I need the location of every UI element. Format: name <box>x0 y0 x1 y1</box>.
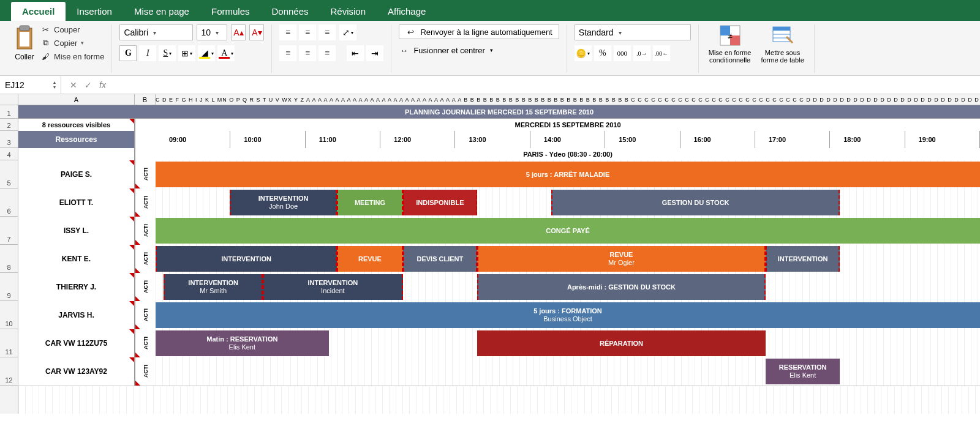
row-header[interactable]: 2 <box>0 119 18 131</box>
cut-button[interactable]: ✂ Couper <box>40 24 104 34</box>
tab-affichage[interactable]: Affichage <box>377 2 437 21</box>
align-right-button[interactable]: ≡ <box>318 45 336 61</box>
schedule-bar[interactable]: CONGÉ PAYÉ <box>156 218 980 244</box>
formula-bar: EJ12 ▴▾ ✕ ✓ fx <box>0 76 980 94</box>
row-header[interactable]: 7 <box>0 217 18 245</box>
col-header-a[interactable]: A <box>18 94 135 105</box>
font-size-select[interactable]: 10▾ <box>197 24 227 40</box>
tab-mise-en-page[interactable]: Mise en page <box>123 2 200 21</box>
format-painter-button[interactable]: 🖌 Mise en forme <box>40 51 104 61</box>
resource-timeline[interactable]: INTERVENTIONMr SmithINTERVENTIONIncident… <box>156 273 980 301</box>
col-header-b[interactable]: B <box>135 94 156 105</box>
grow-font-button[interactable]: A▴ <box>231 24 246 40</box>
font-name-select[interactable]: Calibri▾ <box>119 24 193 40</box>
row-header[interactable]: 4 <box>0 148 18 160</box>
row-header[interactable]: 9 <box>0 273 18 301</box>
col-headers-rest[interactable]: C D E F G H I J K L MN O P Q R S T U V W… <box>156 94 980 105</box>
tab-revision[interactable]: Révision <box>320 2 377 21</box>
schedule-bar[interactable]: REVUEMr Ogier <box>477 246 766 272</box>
italic-button[interactable]: I <box>139 45 156 61</box>
cancel-formula-button[interactable]: ✕ <box>70 80 77 90</box>
schedule-bar[interactable]: 5 jours : ARRÊT MALADIE <box>156 162 980 187</box>
row-header[interactable]: 1 <box>0 105 18 119</box>
resource-row: ELIOTT T.ACTIINTERVENTIONJohn DoeMEETING… <box>18 188 980 217</box>
align-top-button[interactable]: ≡ <box>279 24 296 40</box>
schedule-bar[interactable]: 5 jours : FORMATIONBusiness Object <box>156 302 980 328</box>
schedule-bar[interactable]: INTERVENTION <box>156 246 337 272</box>
schedule-bar[interactable]: DEVIS CLIENT <box>403 246 477 272</box>
table-format-label: Mettre sous forme de table <box>761 49 804 64</box>
name-box[interactable]: EJ12 ▴▾ <box>0 76 61 94</box>
indent-decrease-button[interactable]: ⇤ <box>347 45 364 61</box>
fill-color-button[interactable]: ◢▾ <box>198 45 215 61</box>
schedule-bar[interactable]: MEETING <box>337 190 403 215</box>
currency-button[interactable]: 🪙▾ <box>575 45 592 61</box>
schedule-bar[interactable]: INTERVENTIONMr Smith <box>164 274 263 300</box>
schedule-bar[interactable]: REVUE <box>337 246 403 272</box>
shrink-font-button[interactable]: A▾ <box>249 24 264 40</box>
resource-timeline[interactable]: INTERVENTIONJohn DoeMEETINGINDISPONIBLEG… <box>156 188 980 217</box>
resources-header: Ressources <box>18 131 135 148</box>
tab-accueil[interactable]: Accueil <box>11 2 66 21</box>
cond-format-label: Mise en forme conditionnelle <box>709 49 752 64</box>
number-format-select[interactable]: Standard▾ <box>575 24 691 40</box>
increase-decimal-button[interactable]: .0→ <box>633 45 650 61</box>
schedule-bar[interactable]: Matin : RESERVATIONElis Kent <box>156 330 329 356</box>
decrease-decimal-button[interactable]: .00← <box>653 45 670 61</box>
align-left-button[interactable]: ≡ <box>279 45 296 61</box>
percent-button[interactable]: % <box>594 45 611 61</box>
row-header[interactable]: 8 <box>0 245 18 273</box>
paste-button[interactable]: Coller <box>13 24 36 61</box>
schedule-bar[interactable]: GESTION DU STOCK <box>551 190 840 215</box>
thousands-button[interactable]: 000 <box>614 45 631 61</box>
align-middle-button[interactable]: ≡ <box>299 24 316 40</box>
resource-timeline[interactable]: 5 jours : ARRÊT MALADIE <box>156 160 980 188</box>
align-bottom-button[interactable]: ≡ <box>318 24 336 40</box>
resource-row: CAR VW 112ZU75ACTIMatin : RESERVATIONEli… <box>18 329 980 357</box>
schedule-bar[interactable]: INTERVENTIONJohn Doe <box>230 190 337 215</box>
tab-insertion[interactable]: Insertion <box>66 2 123 21</box>
row-header[interactable]: 10 <box>0 301 18 329</box>
resource-name: THIERRY J. <box>18 273 135 301</box>
resource-timeline[interactable]: RESERVATIONElis Kent <box>156 357 980 386</box>
resource-timeline[interactable]: 5 jours : FORMATIONBusiness Object <box>156 301 980 329</box>
bold-button[interactable]: G <box>119 45 137 61</box>
schedule-bar[interactable]: INTERVENTIONIncident <box>263 274 403 300</box>
schedule-bar[interactable]: Après-midi : GESTION DU STOCK <box>477 274 766 300</box>
merge-icon: ↔ <box>399 45 409 55</box>
resource-timeline[interactable]: CONGÉ PAYÉ <box>156 217 980 245</box>
schedule-bar[interactable]: RÉPARATION <box>477 330 766 356</box>
coins-icon: 🪙 <box>576 48 586 59</box>
select-all-corner[interactable] <box>0 94 18 105</box>
tab-formules[interactable]: Formules <box>200 2 261 21</box>
sheet-content[interactable]: PLANNING JOURNALIER MERCREDI 15 SEPTEMBR… <box>18 105 980 414</box>
row-header[interactable]: 3 <box>0 131 18 148</box>
orientation-button[interactable]: ⤢▾ <box>339 24 356 40</box>
underline-button[interactable]: S▾ <box>159 45 176 61</box>
row-header[interactable]: 11 <box>0 329 18 357</box>
conditional-format-button[interactable]: ≠ Mise en forme conditionnelle <box>706 24 754 64</box>
column-headers: A B C D E F G H I J K L MN O P Q R S T U… <box>0 94 980 105</box>
schedule-bar[interactable]: INDISPONIBLE <box>403 190 477 215</box>
border-button[interactable]: ⊞▾ <box>178 45 195 61</box>
resource-timeline[interactable]: INTERVENTIONREVUEDEVIS CLIENTREVUEMr Ogi… <box>156 245 980 273</box>
row-header[interactable]: 6 <box>0 188 18 217</box>
cut-label: Couper <box>54 25 80 34</box>
acti-label: ACTI <box>135 245 156 273</box>
table-format-button[interactable]: Mettre sous forme de table <box>758 24 806 64</box>
hour-cell: 11:00 <box>306 131 380 148</box>
indent-increase-button[interactable]: ⇥ <box>366 45 383 61</box>
row-header[interactable]: 5 <box>0 160 18 188</box>
resource-timeline[interactable]: Matin : RESERVATIONElis KentRÉPARATION <box>156 329 980 357</box>
enter-formula-button[interactable]: ✓ <box>85 80 92 90</box>
font-color-button[interactable]: A▾ <box>217 45 235 61</box>
schedule-bar[interactable]: RESERVATIONElis Kent <box>766 359 840 384</box>
schedule-bar[interactable]: INTERVENTION <box>766 246 840 272</box>
copy-button[interactable]: ⧉ Copier▾ <box>40 38 104 48</box>
merge-center-button[interactable]: ↔ Fusionner et centrer ▾ <box>399 45 559 55</box>
row-header[interactable]: 12 <box>0 357 18 386</box>
fx-button[interactable]: fx <box>99 80 106 90</box>
align-center-button[interactable]: ≡ <box>299 45 316 61</box>
tab-donnees[interactable]: Données <box>260 2 319 21</box>
wrap-text-button[interactable]: ↩ Renvoyer à la ligne automatiquement <box>399 24 559 39</box>
